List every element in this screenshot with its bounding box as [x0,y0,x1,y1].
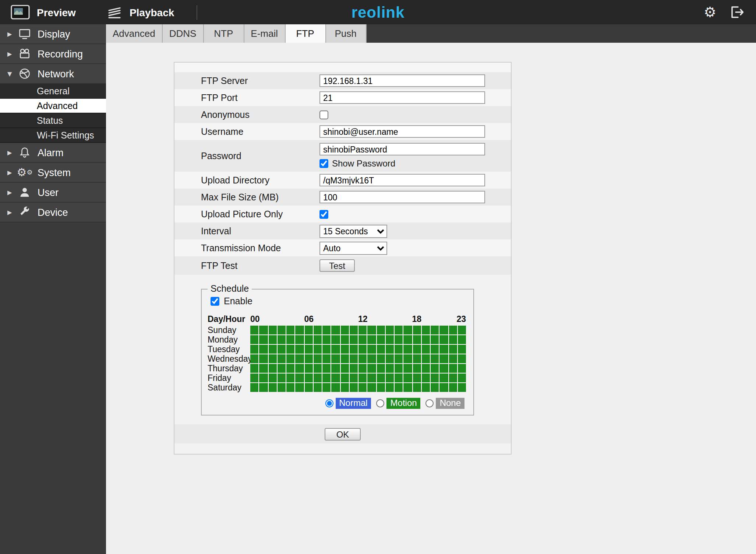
username-input[interactable] [319,125,485,138]
schedule-cell[interactable] [278,335,286,344]
schedule-cell[interactable] [322,354,331,363]
schedule-cell[interactable] [368,345,376,354]
schedule-cell[interactable] [332,383,340,392]
schedule-cell[interactable] [296,326,304,334]
schedule-cell[interactable] [250,354,259,363]
logout-icon[interactable] [729,5,744,19]
schedule-cell[interactable] [340,335,349,344]
schedule-cell[interactable] [296,364,304,373]
schedule-cell[interactable] [386,374,394,382]
schedule-cell[interactable] [314,354,322,363]
anonymous-checkbox[interactable] [319,110,328,119]
upload-picture-only-checkbox[interactable] [319,210,328,218]
schedule-cell[interactable] [304,354,313,363]
show-password-checkbox[interactable] [319,159,328,168]
schedule-cell[interactable] [440,335,448,344]
schedule-cell[interactable] [377,335,385,344]
schedule-cell[interactable] [286,364,295,373]
schedule-cell[interactable] [322,345,331,354]
schedule-cell[interactable] [350,326,358,334]
schedule-cell[interactable] [377,326,385,334]
schedule-cell[interactable] [422,383,430,392]
schedule-cell[interactable] [449,383,457,392]
schedule-cell[interactable] [296,374,304,382]
schedule-cell[interactable] [250,383,259,392]
schedule-cell[interactable] [314,326,322,334]
schedule-cell[interactable] [413,345,421,354]
schedule-cell[interactable] [386,326,394,334]
mode-radio[interactable] [325,399,333,407]
sidebar-item-alarm[interactable]: ▶ Alarm [0,143,106,163]
schedule-cell[interactable] [368,326,376,334]
schedule-cell[interactable] [340,383,349,392]
schedule-cell[interactable] [422,326,430,334]
schedule-cell[interactable] [332,354,340,363]
schedule-cell[interactable] [368,335,376,344]
tab-advanced[interactable]: Advanced [106,24,163,43]
tab-ddns[interactable]: DDNS [163,24,204,43]
tab-push[interactable]: Push [326,24,366,43]
gear-icon[interactable]: ⚙ [704,5,716,19]
schedule-cell[interactable] [358,354,367,363]
schedule-cell[interactable] [404,383,412,392]
schedule-cell[interactable] [350,335,358,344]
schedule-cell[interactable] [449,335,457,344]
schedule-cell[interactable] [278,345,286,354]
schedule-cell[interactable] [259,374,268,382]
schedule-cell[interactable] [286,354,295,363]
schedule-cell[interactable] [413,335,421,344]
schedule-cell[interactable] [404,335,412,344]
schedule-cell[interactable] [395,335,403,344]
upload-directory-input[interactable] [319,174,485,186]
schedule-cell[interactable] [358,364,367,373]
schedule-cell[interactable] [458,374,466,382]
schedule-enable-checkbox[interactable] [211,297,219,306]
schedule-cell[interactable] [296,383,304,392]
schedule-cell[interactable] [440,354,448,363]
schedule-cell[interactable] [395,364,403,373]
schedule-cell[interactable] [368,383,376,392]
schedule-cell[interactable] [404,374,412,382]
schedule-cell[interactable] [368,354,376,363]
schedule-cell[interactable] [350,383,358,392]
schedule-cell[interactable] [404,364,412,373]
schedule-cell[interactable] [250,335,259,344]
schedule-cell[interactable] [350,364,358,373]
schedule-cell[interactable] [286,326,295,334]
schedule-cell[interactable] [440,364,448,373]
preview-nav-button[interactable]: Preview [10,4,76,20]
schedule-cell[interactable] [268,345,277,354]
max-file-size-input[interactable] [319,191,485,203]
schedule-cell[interactable] [377,364,385,373]
schedule-cell[interactable] [340,374,349,382]
schedule-cell[interactable] [431,383,439,392]
ok-button[interactable]: OK [325,428,361,440]
schedule-cell[interactable] [449,364,457,373]
sidebar-item-display[interactable]: ▶ Display [0,24,106,44]
schedule-cell[interactable] [340,364,349,373]
schedule-cell[interactable] [358,345,367,354]
show-password-toggle[interactable]: Show Password [319,158,485,169]
schedule-cell[interactable] [332,345,340,354]
schedule-cell[interactable] [286,345,295,354]
schedule-cell[interactable] [322,364,331,373]
schedule-cell[interactable] [386,364,394,373]
schedule-cell[interactable] [413,374,421,382]
schedule-cell[interactable] [268,326,277,334]
schedule-cell[interactable] [278,354,286,363]
sidebar-subitem-advanced[interactable]: Advanced [0,99,106,113]
schedule-cell[interactable] [422,374,430,382]
schedule-cell[interactable] [395,354,403,363]
password-input[interactable] [319,143,485,155]
schedule-cell[interactable] [350,345,358,354]
schedule-cell[interactable] [377,374,385,382]
schedule-cell[interactable] [314,374,322,382]
schedule-cell[interactable] [404,345,412,354]
schedule-cell[interactable] [250,345,259,354]
schedule-cell[interactable] [431,326,439,334]
ftp-port-input[interactable] [319,91,485,104]
schedule-cell[interactable] [340,345,349,354]
schedule-cell[interactable] [431,374,439,382]
schedule-cell[interactable] [458,345,466,354]
schedule-cell[interactable] [395,374,403,382]
